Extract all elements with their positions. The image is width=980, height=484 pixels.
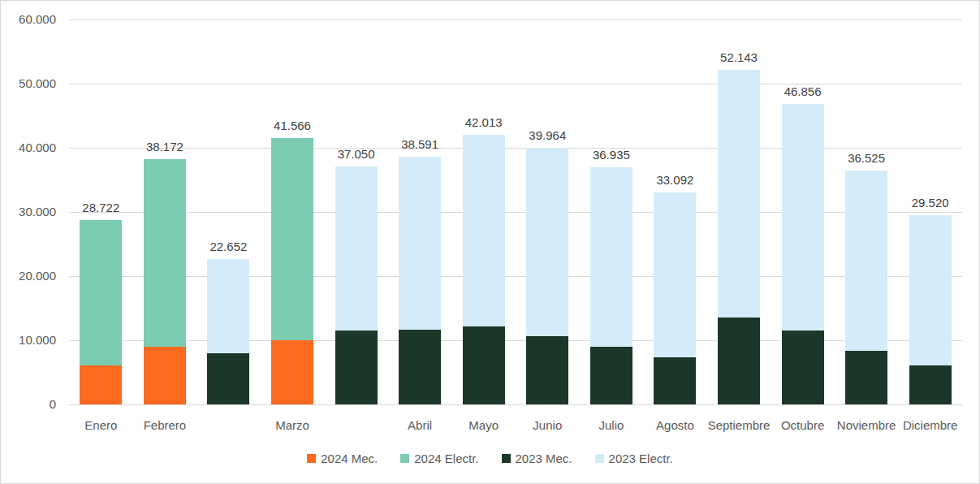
legend-swatch-2024-electr (400, 454, 409, 463)
bar-segment-2023-electr (718, 70, 760, 318)
bar-total-label: 38.172 (128, 140, 201, 154)
x-axis-tick-label: Diciembre (882, 418, 979, 433)
bar-segment-2023-mec (335, 331, 378, 404)
gridline (69, 212, 962, 213)
legend: 2024 Mec. 2024 Electr. 2023 Mec. 2023 El… (1, 452, 979, 465)
gridline (69, 19, 962, 20)
bar-segment-2024-mec (271, 340, 313, 404)
bar-total-label: 38.591 (383, 137, 456, 152)
bar-total-label: 42.013 (447, 115, 520, 130)
legend-item-2024-mec: 2024 Mec. (307, 452, 378, 465)
bar-segment-2023-electr (526, 148, 568, 336)
bar-total-label: 37.050 (320, 147, 393, 162)
legend-item-2023-mec: 2023 Mec. (502, 452, 572, 465)
gridline (69, 404, 962, 405)
x-axis-tick-label: Marzo (244, 418, 341, 433)
bar-segment-2023-electr (654, 192, 696, 358)
bar-segment-2023-mec (845, 351, 887, 404)
bar-segment-2023-electr (782, 104, 824, 331)
y-axis-tick-label: 10.000 (1, 333, 56, 348)
bar-segment-2024-electr (271, 138, 313, 340)
stacked-bar-chart: 010.00020.00030.00040.00050.00060.000 28… (0, 0, 980, 484)
bar-segment-2023-mec (463, 326, 505, 404)
legend-item-2024-electr: 2024 Electr. (400, 452, 478, 465)
y-axis-tick-label: 60.000 (1, 12, 56, 27)
bar-segment-2023-electr (399, 157, 441, 330)
bar-segment-2024-electr (80, 220, 122, 365)
x-axis-tick-label: Febrero (116, 418, 214, 433)
bar-segment-2023-electr (845, 171, 887, 351)
bar-total-label: 29.520 (894, 196, 967, 210)
bar-total-label: 28.722 (64, 201, 137, 215)
gridline (69, 340, 962, 341)
bar-segment-2023-electr (463, 135, 505, 326)
legend-label: 2023 Electr. (609, 452, 673, 465)
bar-total-label: 41.566 (256, 119, 329, 133)
bar-segment-2023-mec (590, 347, 632, 404)
y-axis-tick-label: 20.000 (1, 269, 56, 283)
bar-total-label: 52.143 (702, 50, 775, 65)
bar-segment-2023-mec (782, 331, 824, 404)
gridline (69, 148, 962, 149)
legend-label: 2024 Mec. (321, 452, 378, 465)
bar-total-label: 22.652 (192, 240, 265, 254)
bar-total-label: 33.092 (638, 173, 711, 188)
y-axis-tick-label: 50.000 (1, 76, 56, 91)
bar-total-label: 36.935 (575, 148, 648, 162)
bar-segment-2024-electr (144, 159, 186, 347)
bar-segment-2024-mec (80, 365, 122, 404)
legend-swatch-2024-mec (307, 454, 316, 463)
bar-total-label: 46.856 (766, 84, 840, 99)
bar-total-label: 39.964 (511, 128, 584, 143)
bar-segment-2023-mec (399, 330, 441, 404)
bar-segment-2023-mec (526, 336, 568, 404)
bar-segment-2023-mec (207, 353, 249, 404)
bar-segment-2023-electr (207, 259, 249, 353)
legend-label: 2023 Mec. (516, 452, 572, 465)
bar-segment-2023-mec (654, 357, 696, 404)
gridline (69, 276, 962, 277)
bar-total-label: 36.525 (830, 151, 903, 166)
legend-item-2023-electr: 2023 Electr. (595, 452, 673, 465)
legend-swatch-2023-electr (595, 454, 604, 463)
bar-segment-2023-electr (909, 215, 952, 365)
bar-segment-2023-mec (718, 318, 760, 404)
bar-segment-2023-mec (909, 365, 952, 404)
y-axis-tick-label: 30.000 (1, 205, 56, 219)
bar-segment-2024-mec (144, 347, 186, 404)
legend-label: 2024 Electr. (414, 452, 478, 465)
bar-segment-2023-electr (590, 167, 632, 347)
legend-swatch-2023-mec (502, 454, 511, 463)
y-axis-tick-label: 0 (1, 397, 56, 412)
bar-segment-2023-electr (335, 166, 378, 331)
y-axis-tick-label: 40.000 (1, 140, 56, 155)
